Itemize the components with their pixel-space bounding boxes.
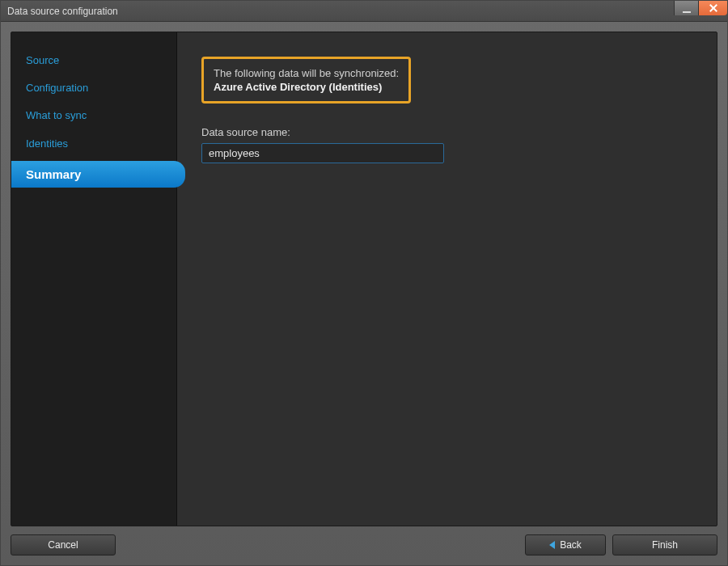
sidebar-item-label: Source: [26, 54, 59, 66]
dialog-window: Data source configuration Source Configu…: [0, 0, 728, 566]
sidebar-item-label: Summary: [26, 167, 81, 181]
cancel-button-label: Cancel: [48, 539, 78, 551]
data-source-name-label: Data source name:: [201, 126, 692, 138]
sidebar-item-identities[interactable]: Identities: [11, 130, 176, 158]
sidebar-item-label: What to sync: [26, 109, 87, 121]
window-title: Data source configuration: [7, 6, 118, 17]
content-area: The following data will be synchronized:…: [177, 32, 717, 526]
footer: Cancel Back Finish: [11, 534, 717, 555]
titlebar: Data source configuration: [1, 1, 727, 22]
sync-target-text: Azure Active Directory (Identities): [214, 81, 399, 93]
dialog-body: Source Configuration What to sync Identi…: [1, 22, 727, 565]
sidebar-item-summary[interactable]: Summary: [11, 161, 185, 188]
sidebar-item-label: Configuration: [26, 82, 88, 94]
minimize-icon: [683, 11, 691, 13]
main-panel: Source Configuration What to sync Identi…: [11, 32, 717, 526]
sidebar-item-label: Identities: [26, 137, 68, 150]
window-controls: [674, 1, 727, 21]
finish-button[interactable]: Finish: [612, 534, 717, 555]
back-button[interactable]: Back: [525, 534, 606, 555]
close-button[interactable]: [698, 1, 727, 15]
cancel-button[interactable]: Cancel: [11, 534, 116, 555]
footer-right: Back Finish: [525, 534, 717, 555]
sidebar: Source Configuration What to sync Identi…: [11, 32, 177, 526]
sidebar-item-source[interactable]: Source: [11, 47, 176, 74]
minimize-button[interactable]: [674, 1, 698, 15]
finish-button-label: Finish: [652, 539, 678, 551]
sync-intro-text: The following data will be synchronized:: [214, 67, 399, 79]
close-icon: [709, 4, 717, 12]
sync-summary-box: The following data will be synchronized:…: [201, 57, 411, 103]
back-button-label: Back: [560, 539, 582, 551]
sidebar-item-configuration[interactable]: Configuration: [11, 74, 176, 102]
chevron-left-icon: [549, 541, 555, 549]
sidebar-item-what-to-sync[interactable]: What to sync: [11, 102, 176, 129]
data-source-name-input[interactable]: [201, 143, 444, 163]
